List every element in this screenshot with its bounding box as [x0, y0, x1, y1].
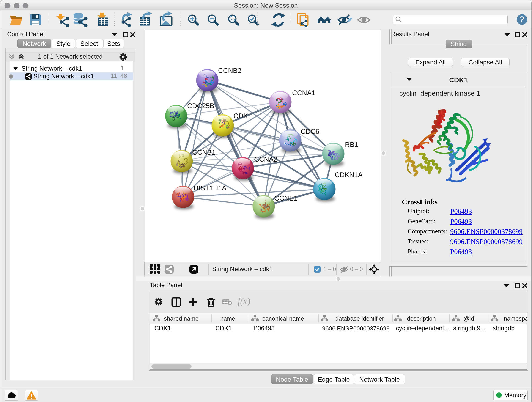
- svg-text:CCNB2: CCNB2: [218, 67, 241, 75]
- svg-text:canonical name: canonical name: [262, 315, 304, 322]
- svg-text:CCNA2: CCNA2: [254, 156, 278, 163]
- svg-text:description: description: [407, 315, 436, 322]
- svg-text:?: ?: [519, 15, 525, 24]
- svg-text:@id: @id: [463, 315, 474, 322]
- svg-text:CDKN1A: CDKN1A: [335, 171, 363, 179]
- svg-text:f(x): f(x): [238, 297, 250, 306]
- svg-text:shared name: shared name: [164, 315, 199, 322]
- svg-text:database identifier: database identifier: [336, 315, 384, 322]
- svg-text:namespac: namespac: [504, 315, 527, 322]
- svg-text:CCNB1: CCNB1: [192, 149, 215, 156]
- svg-text:CCNE1: CCNE1: [274, 195, 298, 202]
- svg-text:CDC6: CDC6: [301, 128, 319, 135]
- svg-text:HIST1H1A: HIST1H1A: [194, 185, 226, 192]
- svg-text:CDK1: CDK1: [234, 112, 252, 120]
- svg-text:name: name: [220, 315, 235, 322]
- svg-text:CDC25B: CDC25B: [187, 102, 214, 110]
- svg-text:CCNA1: CCNA1: [292, 89, 316, 97]
- svg-text:RB1: RB1: [345, 141, 358, 148]
